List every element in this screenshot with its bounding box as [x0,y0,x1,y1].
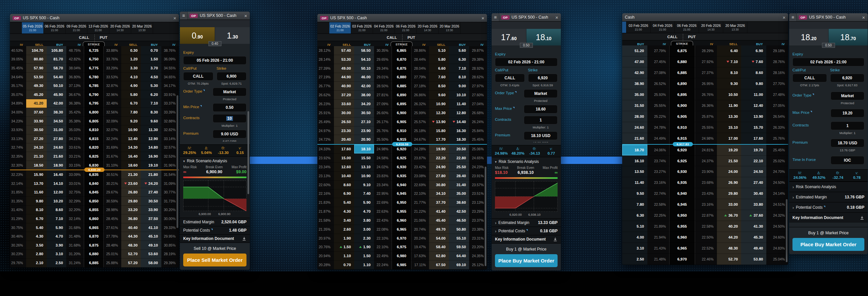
price-cell[interactable]: 10.10 [449,90,469,100]
price-cell[interactable]: 53.60 [141,250,161,259]
place-buy-market-order-button[interactable]: Place Buy Market Order [495,254,558,267]
price-cell[interactable]: 22.20 [429,154,449,163]
price-cell[interactable]: 16.40 [121,152,141,161]
price-cell[interactable]: 55.10 [449,234,469,243]
price-cell[interactable]: 1.10 [334,251,354,261]
price-cell[interactable]: 25.50 [449,163,469,171]
price-cell[interactable]: 35.00 [449,189,469,198]
price-cell[interactable]: 5.40 [26,223,46,232]
price-cell[interactable]: 15.70 [741,122,766,133]
price-cell[interactable]: 5.60 [449,46,469,55]
price-cell[interactable]: 38.30 [47,108,66,117]
price-cell[interactable]: 44.90 [334,73,354,82]
price-cell[interactable]: 45.20 [26,90,46,99]
price-cell[interactable]: 23.30 [334,127,354,135]
price-cell[interactable]: 7.80 [121,108,141,117]
price-cell[interactable]: 12.40 [121,134,141,143]
price-cell[interactable]: 26.50 [334,117,354,127]
premium-field[interactable]: 18.10 USD [524,131,558,140]
price-cell[interactable]: 2.30 [354,234,374,243]
expiry-tab[interactable]: 06 Feb 202621:00 [395,22,417,33]
download-icon[interactable] [553,237,558,242]
price-cell[interactable]: 7.10 [717,56,741,68]
price-cell[interactable]: 23.60 [121,179,141,188]
order-type-field[interactable]: Market [213,88,247,96]
price-cell[interactable]: 58.40 [429,243,449,252]
expiry-tab[interactable]: 20 Mar 202613:30 [723,22,747,33]
price-cell[interactable]: 37.20 [334,90,354,100]
price-cell[interactable]: 9.00 [449,82,469,90]
contracts-field[interactable]: 1 [524,116,558,125]
price-cell[interactable]: 7.40 [354,189,374,198]
price-cell[interactable]: 34.10 [429,189,449,198]
price-cell[interactable]: 10.20 [47,197,66,206]
premium-field[interactable]: 18.70 USD [831,139,864,147]
price-cell[interactable]: 24.60 [47,143,66,152]
time-in-force-field[interactable]: IOC [831,156,864,165]
price-cell[interactable]: 1.20 [121,55,141,64]
expiry-tab[interactable]: 20 Mar 202613:30 [439,22,461,33]
price-cell[interactable]: 10.50 [717,89,741,100]
price-cell[interactable]: 50.10 [47,81,66,90]
price-cell[interactable]: 30.50 [354,109,374,117]
price-cell[interactable]: 11.40 [449,100,469,109]
price-cell[interactable]: 48.30 [121,241,141,250]
price-cell[interactable]: 26.80 [121,188,141,197]
risk-scenario-header[interactable]: ▾ Risk Scenario Analysis [183,158,247,165]
price-cell[interactable]: 9.80 [26,197,46,206]
price-cell[interactable]: 2.50 [622,254,647,265]
price-cell[interactable]: 16.10 [622,156,647,167]
menu-icon[interactable]: ≡ [492,13,499,21]
window-titlebar[interactable]: OP US SPX 500 - Cash × [10,14,179,22]
price-cell[interactable]: 19.90 [429,145,449,154]
price-cell[interactable]: 38.60 [449,198,469,207]
price-cell[interactable]: 15.90 [26,170,46,179]
price-cell[interactable]: 8.10 [449,73,469,82]
price-cell[interactable]: 51.20 [622,46,647,56]
expiry-tab[interactable]: 09 Feb 202621:00 [66,22,88,33]
price-cell[interactable]: 10.90 [354,171,374,181]
risk-scenario-header[interactable]: ▾ Risk Scenario Analysis [495,159,558,166]
price-cell[interactable]: 37.70 [429,198,449,207]
price-cell[interactable]: 19.20 [717,145,741,156]
price-cell[interactable]: 30.80 [429,181,449,189]
price-cell[interactable]: 33.60 [334,100,354,109]
price-cell[interactable]: 33.00 [717,199,741,210]
price-cell[interactable]: 19.70 [741,145,766,156]
price-cell[interactable]: 21.30 [121,170,141,179]
price-cell[interactable]: 15.80 [429,127,449,135]
expiry-field[interactable]: 02 Feb 2026 - 21:00 [495,58,558,66]
price-cell[interactable]: 4.90 [121,81,141,90]
price-cell[interactable]: 6.60 [429,64,449,73]
price-cell[interactable]: 21.50 [717,156,741,167]
place-sell-market-order-button[interactable]: Place Sell Market Order [183,253,247,266]
expiry-tab[interactable]: 20 Feb 202614:30 [417,22,439,33]
price-cell[interactable]: 2.50 [47,259,66,267]
price-cell[interactable]: 6.70 [121,99,141,108]
menu-icon[interactable]: ≡ [180,11,187,20]
price-cell[interactable]: 33.90 [141,206,161,215]
price-cell[interactable]: 50.80 [449,225,469,234]
price-cell[interactable]: 22.10 [741,156,766,167]
price-cell[interactable]: 12.90 [141,134,161,143]
price-cell[interactable]: 57.20 [121,259,141,267]
price-cell[interactable]: 6.90 [741,46,766,56]
price-cell[interactable]: 15.10 [717,122,741,133]
price-cell[interactable]: 0.30 [121,46,141,55]
scrollbar[interactable] [786,199,787,262]
contracts-field[interactable]: 10 [213,114,247,123]
price-cell[interactable]: 27.20 [26,134,46,143]
price-cell[interactable]: 57.90 [26,64,46,73]
key-information-document-row[interactable]: Key Information Document [789,212,868,223]
order-type-field[interactable]: Market [524,89,558,98]
price-cell[interactable]: 9.10 [354,181,374,189]
price-cell[interactable]: 2.10 [26,259,46,267]
price-cell[interactable]: 31.40 [449,181,469,189]
price-cell[interactable]: 11.00 [741,89,766,100]
price-cell[interactable]: 28.00 [622,111,647,122]
price-cell[interactable]: 35.00 [622,89,647,100]
price-cell[interactable]: 7.10 [47,214,66,223]
expiry-tab[interactable]: 02 Feb 202621:00 [329,22,351,33]
price-cell[interactable]: 67.50 [429,261,449,269]
price-cell[interactable]: 24.20 [141,179,161,188]
